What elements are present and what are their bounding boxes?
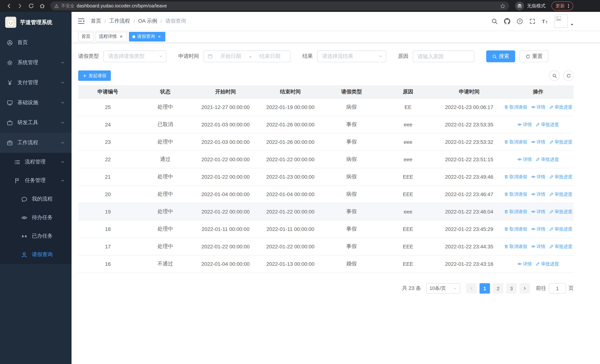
cell-leave-type: 病假 (323, 104, 380, 111)
sidebar-item-my-process[interactable]: 我的流程 (0, 190, 72, 208)
reset-button[interactable]: 重置 (520, 50, 548, 62)
progress-link[interactable]: 审批进度 (535, 156, 559, 163)
browser-reload-button[interactable] (26, 1, 36, 11)
detail-link[interactable]: 详情 (517, 121, 532, 128)
sidebar-item-payment[interactable]: 支付管理 (0, 73, 72, 93)
detail-link[interactable]: 详情 (531, 104, 545, 110)
progress-link[interactable]: 审批进度 (535, 121, 559, 128)
cell-leave-type: 事假 (323, 243, 380, 250)
sidebar-item-task-mgmt[interactable]: 任务管理 (0, 171, 72, 190)
progress-link[interactable]: 审批进度 (549, 104, 572, 110)
table-row: 21 处理中 2022-01-22 00:00:00 2022-01-23 00… (78, 168, 574, 186)
breadcrumb-item[interactable]: 工作流程 (109, 18, 130, 24)
close-icon[interactable]: × (157, 34, 162, 39)
chevron-down-icon (378, 54, 383, 59)
address-bar[interactable]: 不安全 dashboard.yudao.iocoder.cn/bpm/oa/le… (50, 1, 509, 10)
eye-icon (531, 227, 535, 231)
cancel-leave-link[interactable]: 取消请假 (504, 174, 527, 180)
tab-home[interactable]: 首页 (78, 32, 94, 41)
refresh-table-button[interactable] (563, 70, 574, 81)
next-page-button[interactable] (520, 283, 530, 294)
progress-link[interactable]: 审批进度 (549, 208, 572, 215)
cancel-leave-link[interactable]: 取消请假 (504, 243, 527, 250)
close-icon[interactable]: × (119, 34, 124, 39)
cell-start-time: 2022-01-11 00:00:00 (193, 226, 258, 232)
search-button[interactable]: 搜索 (486, 50, 515, 62)
detail-link[interactable]: 详情 (517, 156, 532, 163)
browser-back-button[interactable] (4, 1, 14, 11)
sidebar-item-workflow[interactable]: 工作流程 (0, 133, 72, 153)
progress-link[interactable]: 审批进度 (535, 261, 559, 267)
progress-link[interactable]: 审批进度 (549, 174, 572, 180)
sidebar-fold-icon[interactable] (77, 18, 85, 25)
sidebar-item-label: 工作流程 (18, 139, 38, 146)
cancel-leave-link[interactable]: 取消请假 (504, 191, 527, 197)
bookmark-star-icon[interactable] (500, 3, 506, 9)
detail-link[interactable]: 详情 (517, 261, 532, 267)
browser-home-button[interactable] (37, 1, 47, 11)
goto-page-input[interactable] (549, 283, 566, 294)
sidebar-item-done-tasks[interactable]: 已办任务 (0, 227, 72, 245)
cancel-leave-link[interactable]: 取消请假 (504, 226, 527, 232)
progress-link[interactable]: 审批进度 (549, 243, 572, 250)
page-size-select[interactable]: 10条/页 (426, 283, 460, 294)
sidebar-item-todo-tasks[interactable]: 待办任务 (0, 208, 72, 227)
cancel-leave-link[interactable]: 取消请假 (504, 139, 527, 145)
trash-icon (504, 209, 508, 214)
toggle-search-button[interactable] (549, 70, 560, 81)
cell-status: 处理中 (138, 191, 193, 197)
search-icon[interactable] (491, 18, 498, 24)
help-icon[interactable] (517, 18, 523, 24)
browser-update-menu-button[interactable]: 更新 (552, 1, 573, 10)
progress-link[interactable]: 审批进度 (549, 226, 572, 232)
font-size-icon[interactable] (542, 18, 548, 24)
cell-reason: EEE (380, 243, 436, 250)
flag-icon (14, 177, 20, 184)
leave-type-select[interactable]: 请选择请假类型 (103, 50, 166, 62)
cell-apply-id: 25 (78, 104, 138, 110)
fullscreen-icon[interactable] (529, 18, 535, 24)
cell-start-time: 2022-01-03 00:00:00 (193, 121, 258, 128)
security-warning-icon[interactable] (54, 3, 59, 8)
progress-link[interactable]: 审批进度 (549, 191, 572, 197)
create-leave-button[interactable]: 发起请假 (78, 70, 111, 81)
eye-icon (517, 157, 522, 162)
browser-forward-button[interactable] (15, 1, 25, 11)
page-button-1[interactable]: 1 (479, 283, 490, 294)
cancel-leave-link[interactable]: 取消请假 (504, 104, 527, 110)
user-menu[interactable] (554, 14, 574, 28)
page-button-2[interactable]: 2 (493, 283, 503, 294)
reason-input[interactable] (418, 53, 469, 59)
trash-icon (504, 192, 508, 196)
breadcrumb-item[interactable]: OA 示例 (138, 18, 157, 24)
app-logo[interactable]: 芋道管理系统 (0, 12, 72, 33)
detail-link[interactable]: 详情 (531, 226, 545, 232)
detail-link[interactable]: 详情 (531, 208, 545, 215)
refresh-icon (525, 54, 530, 59)
sidebar-item-leave-query[interactable]: 请假查询 (0, 245, 72, 264)
sidebar-item-system[interactable]: 系统管理 (0, 53, 72, 73)
reload-icon (28, 3, 34, 9)
tab-process-detail[interactable]: 流程详情 × (96, 32, 127, 41)
github-icon[interactable] (504, 18, 510, 24)
page-button-3[interactable]: 3 (506, 283, 517, 294)
progress-link[interactable]: 审批进度 (549, 139, 572, 145)
calendar-icon (207, 54, 213, 59)
cancel-leave-link[interactable]: 取消请假 (504, 208, 527, 215)
detail-link[interactable]: 详情 (531, 174, 545, 180)
result-select[interactable]: 请选择流结果 (317, 50, 386, 62)
detail-link[interactable]: 详情 (531, 139, 545, 145)
active-dot (132, 35, 135, 38)
prev-page-button[interactable] (466, 283, 477, 294)
apply-time-range-picker[interactable]: 开始日期 - 结束日期 (204, 50, 291, 62)
sidebar-item-process-mgmt[interactable]: 流程管理 (0, 153, 72, 171)
eye-icon (517, 262, 522, 266)
tab-leave-query[interactable]: 请假查询 × (129, 32, 165, 41)
detail-link[interactable]: 详情 (531, 243, 545, 250)
sidebar-item-home[interactable]: 首页 (0, 33, 72, 53)
sidebar-item-infra[interactable]: 基础设施 (0, 93, 72, 113)
sidebar-item-devtools[interactable]: 研发工具 (0, 113, 72, 133)
cell-status: 处理中 (138, 173, 193, 180)
detail-link[interactable]: 详情 (531, 191, 545, 197)
breadcrumb-item[interactable]: 首页 (91, 18, 101, 24)
